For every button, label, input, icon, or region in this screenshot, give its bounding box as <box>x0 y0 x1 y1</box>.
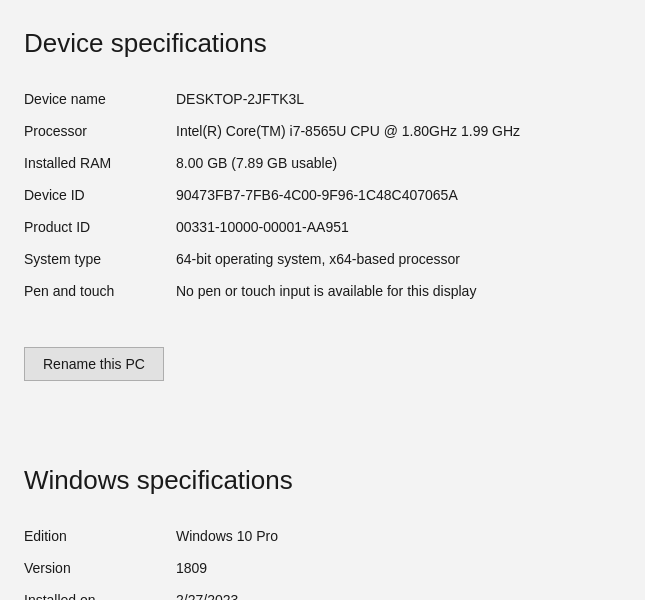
device-specifications-section: Device specifications Device nameDESKTOP… <box>24 28 621 389</box>
device-spec-table: Device nameDESKTOP-2JFTK3LProcessorIntel… <box>24 83 621 307</box>
spec-value: No pen or touch input is available for t… <box>164 275 621 307</box>
spec-value: Windows 10 Pro <box>164 520 621 552</box>
spec-value: 64-bit operating system, x64-based proce… <box>164 243 621 275</box>
spec-value: 1809 <box>164 552 621 584</box>
spec-label: Installed on <box>24 584 164 600</box>
spec-label: Product ID <box>24 211 164 243</box>
windows-spec-table: EditionWindows 10 ProVersion1809Installe… <box>24 520 621 600</box>
spec-label: Device ID <box>24 179 164 211</box>
spec-label: Version <box>24 552 164 584</box>
spec-label: Processor <box>24 115 164 147</box>
spec-value: DESKTOP-2JFTK3L <box>164 83 621 115</box>
spec-value: 90473FB7-7FB6-4C00-9F96-1C48C407065A <box>164 179 621 211</box>
device-specifications-title: Device specifications <box>24 28 621 59</box>
windows-specifications-title: Windows specifications <box>24 465 621 496</box>
spec-label: Edition <box>24 520 164 552</box>
spec-value: 00331-10000-00001-AA951 <box>164 211 621 243</box>
spec-label: System type <box>24 243 164 275</box>
spec-value: 2/27/2023 <box>164 584 621 600</box>
spec-value: Intel(R) Core(TM) i7-8565U CPU @ 1.80GHz… <box>164 115 621 147</box>
windows-specifications-section: Windows specifications EditionWindows 10… <box>24 465 621 600</box>
spec-label: Device name <box>24 83 164 115</box>
section-divider <box>24 409 621 457</box>
spec-value: 8.00 GB (7.89 GB usable) <box>164 147 621 179</box>
spec-label: Pen and touch <box>24 275 164 307</box>
spec-label: Installed RAM <box>24 147 164 179</box>
rename-pc-button[interactable]: Rename this PC <box>24 347 164 381</box>
